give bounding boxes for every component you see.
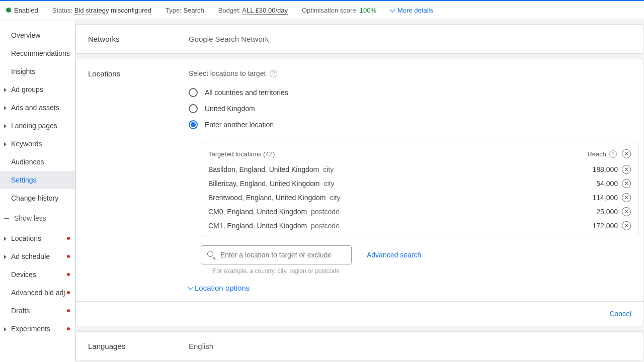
locations-title-text: Select locations to target [189,69,266,77]
sidebar-item-locations[interactable]: Locations [0,229,75,247]
sidebar-item-devices[interactable]: Devices [0,265,75,284]
sidebar-item-experiments[interactable]: Experiments [0,320,75,338]
remove-location-icon[interactable]: ✕ [622,221,631,230]
networks-value: Google Search Network [189,35,269,43]
location-search-field[interactable] [220,251,345,259]
targeted-locations-box: Targeted locations (42) Reach ? ✕ Basild… [201,142,638,236]
sidebar-item-audiences[interactable]: Audiences [0,153,75,171]
budget-label: Budget: [218,7,241,14]
radio-uk-label: United Kingdom [205,105,255,113]
sidebar-item-change-history[interactable]: Change history [0,189,75,207]
locations-actions: Cancel [76,301,643,326]
targeted-location-row: Basildon, England, United Kingdom city18… [208,162,631,176]
search-icon [207,251,215,259]
sidebar-item-ad-groups[interactable]: Ad groups [0,80,75,99]
locations-label: Locations [88,69,189,301]
targeted-location-row: CM0, England, United Kingdom postcode25,… [208,205,631,219]
radio-other-label: Enter another location [205,121,274,129]
remove-location-icon[interactable]: ✕ [622,165,631,174]
location-options-label: Location options [195,284,250,292]
sidebar-item-ads-and-assets[interactable]: Ads and assets [0,99,75,117]
enabled-label: Enabled [14,7,38,14]
more-details-label: More details [397,7,433,14]
notification-dot-icon [67,309,70,312]
locations-title: Select locations to target ? [189,69,643,77]
location-name: CM1, England, United Kingdom postcode [208,222,592,230]
radio-enter-another[interactable]: Enter another location [189,117,643,133]
more-details-toggle[interactable]: More details [390,7,433,14]
budget-field: Budget: ALL £30.00/day [218,7,288,14]
targeted-location-row: Brentwood, England, United Kingdom city1… [208,191,631,205]
remove-location-icon[interactable]: ✕ [622,207,631,216]
radio-all-label: All countries and territories [205,88,288,97]
reach-header: Reach [587,150,606,158]
help-icon[interactable]: ? [609,150,617,158]
location-reach: 172,000 [592,222,618,230]
radio-icon [189,104,198,113]
optscore-value: 100% [360,7,376,14]
sidebar-item-advanced-bid-adj-[interactable]: Advanced bid adj. [0,284,75,302]
chevron-down-icon [389,7,395,12]
sidebar-nav: OverviewRecommendationsInsightsAd groups… [0,20,75,362]
targeted-location-row: CM1, England, United Kingdom postcode172… [208,219,631,233]
optscore-field: Optimisation score: 100% [302,7,376,14]
sidebar-item-drafts[interactable]: Drafts [0,302,75,320]
location-name: Brentwood, England, United Kingdom city [208,194,592,202]
sidebar-item-insights[interactable]: Insights [0,62,75,80]
search-example-text: For example, a country, city, region or … [201,267,352,275]
sidebar-item-landing-pages[interactable]: Landing pages [0,117,75,135]
location-name: Basildon, England, United Kingdom city [208,165,592,173]
show-less-toggle[interactable]: Show less [0,207,75,229]
radio-icon [189,88,198,97]
sidebar-item-ad-schedule[interactable]: Ad schedule [0,247,75,265]
cancel-button[interactable]: Cancel [609,310,631,318]
notification-dot-icon [67,255,70,258]
location-options-toggle[interactable]: Location options [189,284,643,292]
remove-location-icon[interactable]: ✕ [622,179,631,188]
enabled-dot-icon [6,8,11,13]
languages-card[interactable]: Languages English [75,331,644,361]
enabled-status: Enabled [6,7,38,14]
locations-card: Locations Select locations to target ? A… [75,59,644,326]
sidebar-item-keywords[interactable]: Keywords [0,135,75,153]
notification-dot-icon [67,237,70,240]
status-field: Status: Bid strategy misconfigured [52,7,151,14]
radio-all-countries[interactable]: All countries and territories [189,84,643,101]
status-value[interactable]: Bid strategy misconfigured [74,7,151,15]
top-status-bar: Enabled Status: Bid strategy misconfigur… [0,0,644,20]
budget-value[interactable]: ALL £30.00/day [242,7,288,15]
languages-label: Languages [88,342,189,350]
targeted-header-title: Targeted locations (42) [208,150,587,158]
advanced-search-link[interactable]: Advanced search [367,251,421,259]
notification-dot-icon [67,327,70,330]
location-name: Billericay, England, United Kingdom city [208,179,596,188]
radio-united-kingdom[interactable]: United Kingdom [189,101,643,117]
location-reach: 188,000 [592,165,618,173]
help-icon[interactable]: ? [270,70,277,77]
location-name: CM0, England, United Kingdom postcode [208,208,596,216]
sidebar-item-settings[interactable]: Settings [0,171,75,189]
sidebar-item-recommendations[interactable]: Recommendations [0,44,75,62]
languages-value: English [189,342,213,350]
optscore-label: Optimisation score: [302,7,358,14]
location-reach: 54,000 [596,179,618,188]
location-search-input[interactable] [201,245,352,264]
type-field: Type: Search [166,7,204,14]
networks-label: Networks [88,35,189,43]
radio-checked-icon [189,120,198,129]
status-label: Status: [52,7,72,14]
main-content: Networks Google Search Network Locations… [75,20,644,362]
type-label: Type: [166,7,182,14]
networks-card[interactable]: Networks Google Search Network [75,24,644,54]
notification-dot-icon [67,291,70,294]
location-reach: 114,000 [592,194,618,202]
chevron-down-icon [188,284,193,290]
sidebar-item-overview[interactable]: Overview [0,26,75,44]
remove-location-icon[interactable]: ✕ [622,193,631,202]
targeted-location-row: Billericay, England, United Kingdom city… [208,176,631,191]
type-value: Search [183,7,204,14]
location-reach: 25,000 [596,208,618,216]
remove-all-icon[interactable]: ✕ [622,149,631,158]
notification-dot-icon [67,273,70,276]
